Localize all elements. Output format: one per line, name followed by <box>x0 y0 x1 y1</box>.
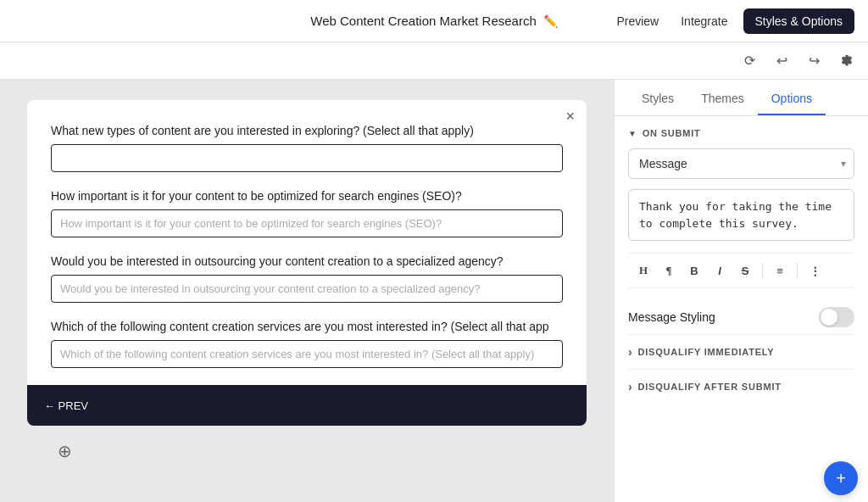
align-button[interactable]: ≡ <box>768 259 792 282</box>
redo-icon: ↪ <box>809 53 820 69</box>
toggle-knob <box>821 309 837 326</box>
prev-button[interactable]: ← PREV <box>44 399 88 412</box>
disqualify-immediately-chevron: › <box>628 345 632 359</box>
question-input-2[interactable] <box>51 209 563 237</box>
paragraph-button[interactable]: ¶ <box>657 259 681 282</box>
form-card: × What new types of content are you inte… <box>27 100 587 426</box>
form-question-1: What new types of content are you intere… <box>51 124 563 172</box>
question-input-1[interactable] <box>51 144 563 172</box>
toolbar-separator-2 <box>797 263 798 278</box>
disqualify-after-submit-section: › DISQUALIFY AFTER SUBMIT <box>628 369 854 404</box>
settings-button[interactable] <box>832 47 860 75</box>
panel-tabs: Styles Themes Options <box>615 80 868 116</box>
form-question-4: Which of the following content creation … <box>51 320 563 368</box>
message-dropdown[interactable]: Message Redirect None <box>628 148 854 179</box>
on-submit-label: ON SUBMIT <box>643 128 701 138</box>
disqualify-immediately-label: DISQUALIFY IMMEDIATELY <box>637 347 774 357</box>
undo-icon: ↩ <box>776 53 787 69</box>
history-icon: ⟳ <box>744 53 755 69</box>
redo-button[interactable]: ↪ <box>800 47 827 75</box>
heading-button[interactable]: H <box>632 259 655 282</box>
right-panel: Styles Themes Options ▼ ON SUBMIT Messag… <box>614 80 868 502</box>
preview-button[interactable]: Preview <box>609 11 665 31</box>
message-textarea[interactable]: Thank you for taking the time to complet… <box>628 189 854 241</box>
main-layout: × What new types of content are you inte… <box>0 80 868 502</box>
content-area: × What new types of content are you inte… <box>0 80 614 502</box>
disqualify-after-submit-header[interactable]: › DISQUALIFY AFTER SUBMIT <box>628 380 854 393</box>
question-input-3[interactable] <box>51 275 563 303</box>
undo-button[interactable]: ↩ <box>768 47 795 75</box>
nav-bar: ← PREV <box>27 385 587 426</box>
message-styling-toggle[interactable] <box>819 307 854 327</box>
question-label-4: Which of the following content creation … <box>51 320 563 333</box>
message-dropdown-wrapper: Message Redirect None ▾ <box>628 148 854 179</box>
page-title: Web Content Creation Market Research <box>310 14 537 28</box>
integrate-button[interactable]: Integrate <box>674 11 734 31</box>
on-submit-chevron: ▼ <box>628 129 637 138</box>
question-label-1: What new types of content are you intere… <box>51 124 563 137</box>
more-options-button[interactable]: ⋮ <box>803 259 826 282</box>
tab-themes[interactable]: Themes <box>687 80 758 115</box>
question-label-2: How important is it for your content to … <box>51 189 563 203</box>
disqualify-immediately-header[interactable]: › DISQUALIFY IMMEDIATELY <box>628 345 854 359</box>
styles-options-button[interactable]: Styles & Options <box>743 8 855 34</box>
form-question-3: Would you be interested in outsourcing y… <box>51 254 563 303</box>
question-input-4[interactable] <box>51 340 563 368</box>
bold-button[interactable]: B <box>682 259 706 282</box>
tab-styles[interactable]: Styles <box>628 80 687 115</box>
message-styling-label: Message Styling <box>628 310 715 324</box>
top-bar: Web Content Creation Market Research ✏️ … <box>0 0 868 42</box>
disqualify-after-submit-chevron: › <box>628 380 632 393</box>
page-title-area: Web Content Creation Market Research ✏️ <box>310 14 558 28</box>
top-bar-actions: Preview Integrate Styles & Options <box>609 8 854 34</box>
icon-toolbar: ⟳ ↩ ↪ <box>0 42 868 80</box>
panel-body: ▼ ON SUBMIT Message Redirect None ▾ Than… <box>615 116 868 455</box>
settings-icon <box>839 54 853 68</box>
disqualify-immediately-section: › DISQUALIFY IMMEDIATELY <box>628 334 854 369</box>
add-icon: ⊕ <box>58 441 72 461</box>
history-icon-button[interactable]: ⟳ <box>736 47 763 75</box>
text-format-toolbar: H ¶ B I S ≡ ⋮ <box>628 253 854 288</box>
on-submit-section-header[interactable]: ▼ ON SUBMIT <box>628 128 854 138</box>
italic-button[interactable]: I <box>708 259 732 282</box>
close-button[interactable]: × <box>565 109 575 124</box>
message-styling-row: Message Styling <box>628 300 854 334</box>
fab-button[interactable]: + <box>824 461 858 495</box>
toolbar-separator <box>762 263 763 278</box>
add-question-button[interactable]: ⊕ <box>51 438 78 465</box>
disqualify-after-submit-label: DISQUALIFY AFTER SUBMIT <box>637 382 781 392</box>
tab-options[interactable]: Options <box>758 80 826 115</box>
question-label-3: Would you be interested in outsourcing y… <box>51 254 563 268</box>
form-question-2: How important is it for your content to … <box>51 189 563 237</box>
strikethrough-button[interactable]: S <box>733 259 757 282</box>
edit-title-icon[interactable]: ✏️ <box>543 14 558 28</box>
